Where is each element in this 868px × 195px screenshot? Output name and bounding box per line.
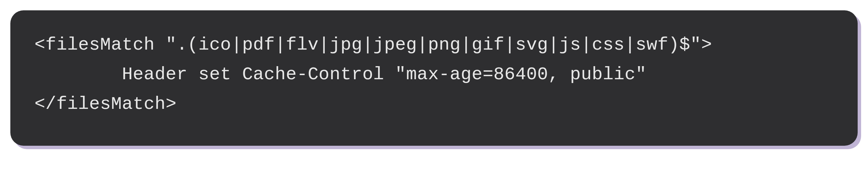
code-line-2: Header set Cache-Control "max-age=86400,… xyxy=(34,60,834,90)
code-block: <filesMatch ".(ico|pdf|flv|jpg|jpeg|png|… xyxy=(10,10,858,146)
code-line-1: <filesMatch ".(ico|pdf|flv|jpg|jpeg|png|… xyxy=(34,30,834,60)
code-line-3: </filesMatch> xyxy=(34,90,834,119)
